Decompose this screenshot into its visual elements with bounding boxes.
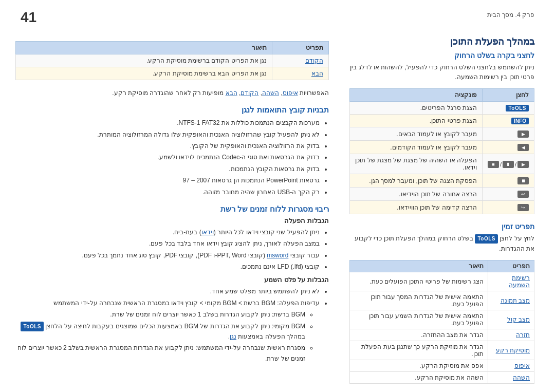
stop-content-icon: ⏹ [517,177,529,184]
remote-func-6: הפסקת הצגה של תוכן, ומעבר למסך הגן. [350,174,483,188]
timing-menu-6: איפוס [488,360,534,371]
remote-table-header-func: פונקציה [350,89,483,102]
list-item: מסגרת ראשית שנבחרה על-ידי המשתמש: ניתן ל… [15,343,305,364]
network-section-sub: הגבלות הפעלה [15,217,329,225]
table-row: חזרה הגדר את מצב ההחזרה. [350,329,534,341]
list-item: עדיפות הפעלה: BGM ברשת > BGM מקומי > קוב… [15,298,320,308]
timing-header-desc: תיאור [350,260,488,272]
footer-prev-link[interactable]: הקודם [240,89,258,97]
footer-next-link[interactable]: הבא [226,89,237,97]
table-row: INFO הצגת פרטי התוכן. [350,115,534,127]
remote-func-7: הרצה אחורה של תוכן הוידיאו. [350,188,483,201]
remote-table-header-btn: לחצן [482,89,534,102]
network-section-list: ניתן להפעיל שני קובצי וידאו לכל היותר (ו… [15,227,329,272]
list-item: בדוק את הרזולוציה האנכית והאופקית של הקו… [15,141,320,151]
timing-desc-2: התאמה אישית של הגדרות המסך עבור תוכן הפו… [350,291,488,310]
remote-table: לחצן פונקציה ToOLS הצגת סרגל הפריטים. IN… [349,88,534,214]
table-row: מוסיקת רקע הגדר את מוזיקת הרקע כך שתנגן … [350,341,534,360]
timing-menu-7: השהה [488,371,534,383]
timing-desc-5: הגדר את מוזיקת הרקע כך שתנגן בעת הפעלת ת… [350,341,488,360]
nav-menu-next[interactable]: הבא [311,70,323,77]
timing-desc-7: השהה את מוסיקת הרקע. [350,371,488,383]
file-section-list: מערכות הקבצים הנתמכות כוללות את NTFS-1 F… [15,118,329,197]
breadcrumb: פרק 4. מסך הבית [487,11,534,18]
left-column: תפריט תיאור הקודם נגן את הפריט הקודם ברש… [0,31,339,392]
timing-desc-6: אפס את מוסיקת הרקע. [350,360,488,371]
timing-menu-5: מוסיקת רקע [488,341,534,360]
table-row: מצב קול התאמה אישית של הגדרות השמע עבור … [350,310,534,329]
timing-note: לחץ על לחצן ToOLS בשלט הרחוק במהלך הפעלת… [349,234,534,253]
list-item: BGM מקומי: ניתן לקבוע את הגדרות של BGM ב… [15,321,305,342]
nav-table: תפריט תיאור הקודם נגן את הפריט הקודם ברש… [15,41,329,80]
nav-desc-prev: נגן את הפריט הקודם ברשימת מוסיקת הרקע. [16,54,272,67]
table-row: מצב תמונה התאמה אישית של הגדרות המסך עבו… [350,291,534,310]
msword-link[interactable]: msword [267,252,288,259]
table-row: רשימת השמעה הצג רשימות של פריטי התוכן הפ… [350,272,534,291]
file-section-title: תבניות קובץ התואמות לנגן [15,105,329,115]
list-item: לא ניתן להפעיל קובץ שהרזולוציה האנכית וה… [15,129,320,140]
table-row: ▶ מעבר לקובץ או לעמוד הבאים. [350,127,534,141]
table-row: איפוס אפס את מוסיקת הרקע. [350,360,534,371]
list-item: לא ניתן להשתמש ביותר מפלט שמע אחד. [15,286,320,296]
remote-func-5: הפעלה או השהיה של מצגת של מצגת של תוכן ו… [350,154,483,174]
timing-menu-4: חזרה [488,329,534,341]
timing-menu-1: רשימת השמעה [488,272,534,291]
remote-func-2: הצגת פרטי התוכן. [350,115,483,127]
footer-reset-link[interactable]: איפוס [283,89,298,97]
nav-desc-next: נגן את הפריט הבא ברשימת מוסיקת הרקע. [16,67,272,80]
list-item: במצב הפעלה לאורך, ניתן להציג קובץ וידאו … [15,238,320,249]
table-row: ⏹ הפסקת הצגה של תוכן, ומעבר למסך הגן. [350,174,534,188]
tools-badge: ToOLS [506,105,529,111]
timing-desc-3: התאמה אישית של הגדרות השמע עבור תוכן הפו… [350,310,488,329]
remote-func-8: הרצה קדימה של תוכן הוויידאו. [350,201,483,214]
remote-body: ניתן להשתמש בלחצני השלט הרחוק כדי להפעיל… [349,63,534,82]
table-row: השהה השהה את מוסיקת הרקע. [350,371,534,383]
remote-func-3: מעבר לקובץ או לעמוד הבאים. [350,127,483,141]
list-item: עבור קובצי msword (קובצי PPT, Word-ו PDF… [15,250,320,260]
right-column: במהלך הפעלת התוכן לחצני בקרה בשלט הרחוק … [339,31,555,392]
list-item: ניתן להפעיל שני קובצי וידאו לכל היותר (ו… [15,227,320,237]
page-number: 41 [21,9,36,26]
timing-menu-2: מצב תמונה [488,291,534,310]
table-row: ↪ הרצה קדימה של תוכן הוויידאו. [350,201,534,214]
remote-func-4: מעבר לקובץ או לעמוד הקודמים. [350,141,483,154]
table-row: הקודם נגן את הפריט הקודם ברשימת מוסיקת ה… [16,54,329,67]
audio-sub-list: BGM ברשת: ניתן לקבוע הגדרות בשלב 1 כאשר … [15,309,320,364]
remote-subtitle: לחצני בקרה בשלט הרחוק [349,51,534,60]
timing-subtitle: תפריט זמין [349,222,534,231]
list-item: בדוק את הגרסאות ואת סוגי ה-Codec הנתמכים… [15,152,320,162]
table-row: ↩ הרצה אחורה של תוכן הוידיאו. [350,188,534,201]
timing-header-menu: תפריט [488,260,534,272]
list-item: BGM ברשת: ניתן לקבוע הגדרות בשלב 1 כאשר … [15,309,305,320]
list-item: רק הקך ה-USB האחרון שהיה מחובר מזוהה. [15,187,320,197]
nav-header-menu: תפריט [272,42,329,54]
nav-header-desc: תיאור [16,42,272,54]
info-badge: INFO [511,118,529,124]
audio-section-title: הגבלות על פלט השמע [15,276,329,284]
network-section-title: ריבוי מסגרות ללוח זמנים של רשת [15,204,329,214]
stop-icon: ■ [488,161,499,168]
video-link[interactable]: וידאו [201,229,214,236]
timing-tools-badge: ToOLS [475,234,498,244]
play-prev-icon: ◀ [517,144,529,151]
play-pause-icons: ▶ / ⏸ / ■ [488,161,529,168]
pause-icon: ⏸ [503,161,514,168]
list-item: בדוק את גרסאות הקובץ הנתמכות. [15,164,320,174]
main-title: במהלך הפעלת התוכן [349,36,534,47]
table-row: הבא נגן את הפריט הבא ברשימת מוסיקת הרקע. [16,67,329,80]
audio-tools-badge: ToOLS [21,322,44,331]
footer-pause-link[interactable]: השהה [262,89,279,97]
timing-table: תפריט תיאור רשימת השמעה הצג רשימות של פר… [349,260,534,384]
timing-desc-4: הגדר את מצב ההחזרה. [350,329,488,341]
list-item: גרסאות PowerPoint הנתמכות הן גרסאות 2007… [15,175,320,185]
timing-menu-3: מצב קול [488,310,534,329]
nav-menu-prev[interactable]: הקודם [305,57,323,64]
rewind-icon: ↩ [517,191,529,198]
player-link[interactable]: נגן [230,333,236,340]
table-row: ◀ מעבר לקובץ או לעמוד הקודמים. [350,141,534,154]
timing-desc-1: הצג רשימות של פריטי התוכן הפועלים כעת. [350,272,488,291]
play-icon: ▶ [517,161,529,168]
play-next-icon: ▶ [517,130,529,138]
list-item: מערכות הקבצים הנתמכות כוללות את NTFS-1 F… [15,118,320,128]
table-row: ▶ / ⏸ / ■ הפעלה או השהיה של מצגת של מצגת… [350,154,534,174]
